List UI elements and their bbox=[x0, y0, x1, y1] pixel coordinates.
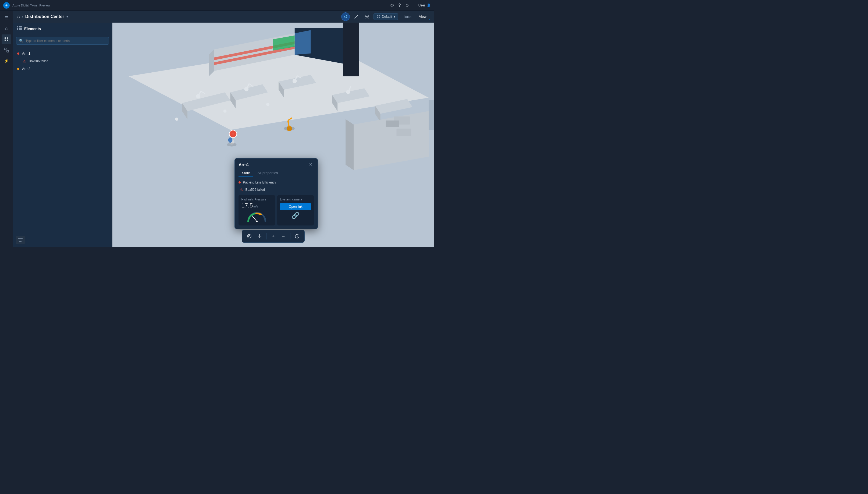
elements-panel: Elements 🔍 Arm1 ⚠ Box506 failed bbox=[13, 23, 112, 247]
move-button[interactable]: ✛ bbox=[255, 232, 264, 241]
breadcrumb-home[interactable]: ⌂ bbox=[17, 14, 20, 19]
rail-lightning-icon[interactable]: ⚡ bbox=[2, 56, 11, 65]
breadcrumb-chevron-icon[interactable]: ▾ bbox=[66, 15, 68, 19]
svg-rect-70 bbox=[429, 100, 434, 130]
hydraulic-unit: m/s bbox=[253, 205, 258, 208]
search-box[interactable]: 🔍 bbox=[16, 37, 109, 45]
tab-all-properties[interactable]: All properties bbox=[254, 169, 281, 177]
packing-status-dot bbox=[238, 182, 241, 184]
hydraulic-value: 17.5 bbox=[241, 202, 253, 209]
box-alert-label: Box506 failed bbox=[245, 188, 265, 192]
alert-triangle-icon: ⚠ bbox=[23, 59, 26, 63]
svg-rect-17 bbox=[19, 28, 22, 29]
popup-tabs: State All properties bbox=[235, 169, 318, 177]
dropdown-label: Default bbox=[382, 15, 392, 19]
hydraulic-label: Hydraulic Pressure bbox=[241, 198, 272, 201]
packing-line-label: Packing Line Efficiency bbox=[243, 180, 276, 184]
settings-icon[interactable]: ⚙ bbox=[390, 3, 394, 8]
bottom-toolbar: ✛ + − bbox=[242, 230, 305, 243]
elements-icon bbox=[17, 26, 22, 31]
svg-rect-6 bbox=[7, 50, 8, 52]
svg-point-72 bbox=[227, 143, 237, 147]
topbar: Azure Digital Twins Preview ⚙ ? ☺ User 👤 bbox=[0, 0, 434, 11]
rail-menu-icon[interactable]: ☰ bbox=[2, 13, 11, 23]
share-button[interactable] bbox=[352, 12, 360, 21]
3d-viewport[interactable]: ! Arm1 bbox=[112, 23, 434, 247]
arm1-status-dot bbox=[17, 53, 19, 55]
list-item-box506[interactable]: ⚠ Box506 failed bbox=[13, 57, 112, 65]
svg-point-56 bbox=[175, 118, 178, 121]
help-icon[interactable]: ? bbox=[398, 3, 401, 8]
breadcrumb-right: ↺ bbox=[341, 12, 430, 21]
svg-rect-13 bbox=[379, 17, 380, 18]
svg-text:!: ! bbox=[232, 132, 234, 136]
svg-rect-5 bbox=[4, 48, 6, 50]
svg-rect-1 bbox=[4, 37, 6, 39]
app-name-text: Azure Digital Twins bbox=[12, 4, 37, 7]
arm2-status-dot bbox=[17, 68, 19, 70]
svg-point-9 bbox=[367, 16, 368, 18]
breadcrumb-left: ⌂ › Distribution Center ▾ bbox=[17, 14, 68, 19]
list-item-arm1[interactable]: Arm1 bbox=[13, 50, 112, 57]
svg-rect-16 bbox=[17, 28, 18, 29]
list-item-arm2[interactable]: Arm2 bbox=[13, 65, 112, 73]
svg-rect-10 bbox=[377, 15, 378, 16]
tab-build[interactable]: Build bbox=[400, 14, 415, 20]
main-view: Elements 🔍 Arm1 ⚠ Box506 failed bbox=[13, 23, 434, 247]
main-layout: ☰ ⌂ ⚡ ⌂ › Distributi bbox=[0, 11, 434, 247]
svg-rect-19 bbox=[19, 29, 22, 30]
app-preview-label: Preview bbox=[40, 4, 50, 7]
topbar-left: Azure Digital Twins Preview bbox=[3, 2, 50, 8]
search-icon: 🔍 bbox=[19, 39, 23, 43]
hydraulic-pressure-card: Hydraulic Pressure 17.5 m/s bbox=[238, 195, 275, 226]
rail-models-icon[interactable] bbox=[2, 35, 11, 44]
camera-label: Live arm camera bbox=[280, 198, 311, 201]
svg-rect-11 bbox=[379, 15, 380, 16]
svg-rect-2 bbox=[7, 37, 8, 39]
icon-rail: ☰ ⌂ ⚡ bbox=[0, 11, 13, 247]
zoom-fit-button[interactable] bbox=[245, 232, 254, 241]
svg-rect-3 bbox=[4, 40, 6, 41]
tab-state[interactable]: State bbox=[238, 169, 253, 177]
view-dropdown[interactable]: Default ▾ bbox=[374, 14, 398, 20]
open-link-button[interactable]: Open link bbox=[280, 203, 311, 210]
popup-metrics: Hydraulic Pressure 17.5 m/s bbox=[238, 195, 314, 226]
rail-home-icon[interactable]: ⌂ bbox=[2, 24, 11, 33]
popup-title: Arm1 bbox=[238, 162, 249, 167]
popup-body: Packing Line Efficiency ⚠ Box506 failed … bbox=[235, 177, 318, 229]
toolbar-separator-2 bbox=[290, 233, 291, 240]
svg-point-74 bbox=[256, 221, 258, 222]
smiley-icon[interactable]: ☺ bbox=[405, 3, 409, 8]
zoom-in-button[interactable]: + bbox=[269, 232, 278, 241]
svg-point-71 bbox=[284, 127, 295, 131]
svg-rect-15 bbox=[19, 26, 22, 27]
tab-view[interactable]: View bbox=[416, 14, 430, 20]
breadcrumb-title: Distribution Center bbox=[25, 14, 64, 19]
svg-rect-14 bbox=[17, 26, 18, 27]
popup-close-button[interactable]: ✕ bbox=[307, 161, 314, 168]
refresh-button[interactable]: ↺ bbox=[341, 12, 350, 21]
svg-marker-44 bbox=[346, 119, 354, 170]
3d-view-button[interactable] bbox=[293, 232, 302, 241]
view-settings-button[interactable] bbox=[363, 12, 371, 21]
svg-rect-69 bbox=[396, 129, 411, 136]
svg-rect-12 bbox=[377, 17, 378, 18]
search-input[interactable] bbox=[25, 39, 106, 43]
dropdown-chevron-icon: ▾ bbox=[394, 15, 395, 19]
arm1-label: Arm1 bbox=[22, 51, 31, 55]
box506-label: Box506 failed bbox=[29, 59, 48, 63]
breadcrumb-bar: ⌂ › Distribution Center ▾ ↺ bbox=[13, 11, 434, 23]
build-view-tabs: Build View bbox=[400, 14, 430, 20]
rail-twins-icon[interactable] bbox=[2, 45, 11, 55]
svg-point-66 bbox=[228, 137, 233, 143]
zoom-out-button[interactable]: − bbox=[279, 232, 288, 241]
content-area: ⌂ › Distribution Center ▾ ↺ bbox=[13, 11, 434, 247]
sidebar-title: Elements bbox=[24, 27, 41, 31]
user-badge[interactable]: User 👤 bbox=[418, 3, 431, 7]
svg-rect-68 bbox=[386, 120, 399, 127]
filter-button[interactable] bbox=[16, 236, 25, 244]
svg-point-76 bbox=[249, 235, 250, 237]
user-manage-icon: 👤 bbox=[427, 3, 431, 7]
arm1-info-popup: Arm1 ✕ State All properties Packing Line… bbox=[235, 158, 318, 229]
elements-header: Elements bbox=[13, 23, 112, 34]
